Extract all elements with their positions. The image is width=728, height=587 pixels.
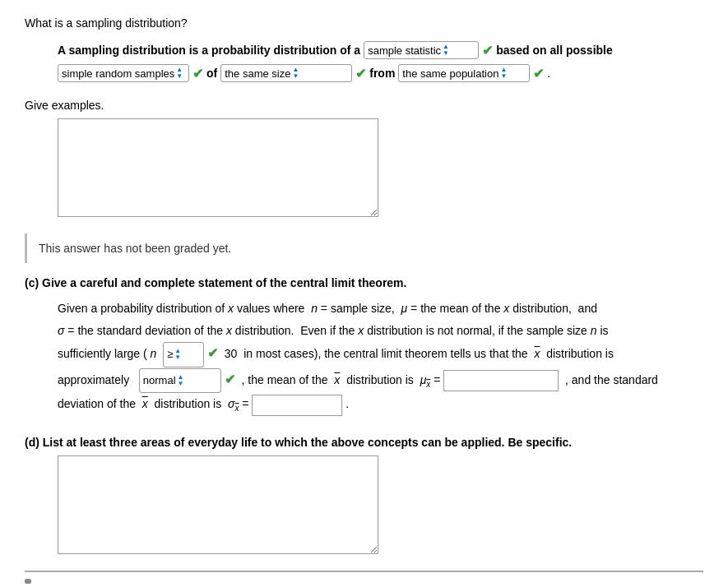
x-var-1: x xyxy=(228,302,234,315)
select-normal-arrows: ▲▼ xyxy=(178,374,184,387)
everyday-life-textarea[interactable] xyxy=(58,455,378,554)
end-period-2: . xyxy=(345,397,349,410)
select-sample-type-value: simple random samples xyxy=(62,67,174,80)
of-text: of xyxy=(206,67,217,80)
check-1: ✔ xyxy=(482,43,493,58)
graded-text: This answer has not been graded yet. xyxy=(39,242,231,255)
sigma-var: σ xyxy=(58,324,64,337)
check-3: ✔ xyxy=(355,66,366,81)
n-var-2: n xyxy=(591,324,597,337)
check-5: ✔ xyxy=(207,346,218,360)
select-normal-value: normal xyxy=(143,371,176,391)
part-c-label: (c) Give a careful and complete statemen… xyxy=(25,276,703,289)
select-normal[interactable]: normal ▲▼ xyxy=(139,368,221,394)
x-var-3: x xyxy=(226,324,232,337)
deviation-of-text: deviation of the x distribution is σx = xyxy=(58,397,252,410)
sufficiently-large-text: sufficiently large ( xyxy=(58,347,147,360)
and-std-text: , and the standard xyxy=(562,373,658,386)
select-inequality-arrows: ▲▼ xyxy=(174,348,181,361)
select-inequality-value: ≥ xyxy=(167,344,173,365)
select-same-population-arrows: ▲▼ xyxy=(500,67,507,80)
mean-of-text: , the mean of the x distribution is μx = xyxy=(239,373,444,386)
xbar-sub: x xyxy=(426,380,430,389)
from-text: from xyxy=(369,67,395,80)
select-sample-statistic-arrows: ▲▼ xyxy=(443,44,449,57)
n-var: n xyxy=(311,302,318,315)
select-same-population-value: the same population xyxy=(402,67,498,80)
select-sample-type[interactable]: simple random samples ▲▼ xyxy=(58,64,189,82)
select-same-size-value: the same size xyxy=(225,67,290,80)
x-var-4: x xyxy=(358,324,364,337)
sigma-text: σ = the standard deviation of the x dist… xyxy=(58,324,609,337)
mu-var: μ xyxy=(401,302,408,315)
select-sample-statistic[interactable]: sample statistic ▲▼ xyxy=(364,41,479,59)
approximately-text: approximately xyxy=(58,373,136,386)
examples-textarea[interactable] xyxy=(58,118,378,217)
select-same-size-arrows: ▲▼ xyxy=(292,67,299,80)
given-text: Given a probability distribution of x va… xyxy=(58,302,597,315)
mu-xbar-input[interactable] xyxy=(443,370,559,391)
check-2: ✔ xyxy=(192,66,203,81)
sentence-prefix: A sampling distribution is a probability… xyxy=(58,44,360,57)
sigma-sub: x xyxy=(234,404,239,413)
select-same-population[interactable]: the same population ▲▼ xyxy=(398,64,530,82)
30-text: 30 in most cases), the central limit the… xyxy=(221,347,614,360)
xbar-var-3: x xyxy=(142,397,148,410)
check-6: ✔ xyxy=(225,372,235,386)
select-sample-type-arrows: ▲▼ xyxy=(176,67,183,80)
check-4: ✔ xyxy=(533,66,544,81)
sigma-xbar-input[interactable] xyxy=(252,395,342,416)
select-same-size[interactable]: the same size ▲▼ xyxy=(220,64,352,82)
end-period: . xyxy=(547,67,550,80)
page-title: What is a sampling distribution? xyxy=(25,16,703,30)
select-inequality[interactable]: ≥ ▲▼ xyxy=(163,342,204,367)
xbar-var-1: x xyxy=(534,347,540,360)
x-var-2: x xyxy=(503,302,509,315)
select-sample-statistic-value: sample statistic xyxy=(368,44,441,57)
part-b-label: Give examples. xyxy=(25,99,703,112)
part-d-label: (d) List at least three areas of everyda… xyxy=(25,436,703,449)
xbar-var-2: x xyxy=(334,373,340,386)
based-on-all: based on all possible xyxy=(496,44,613,57)
n-var-3: n xyxy=(147,347,157,360)
